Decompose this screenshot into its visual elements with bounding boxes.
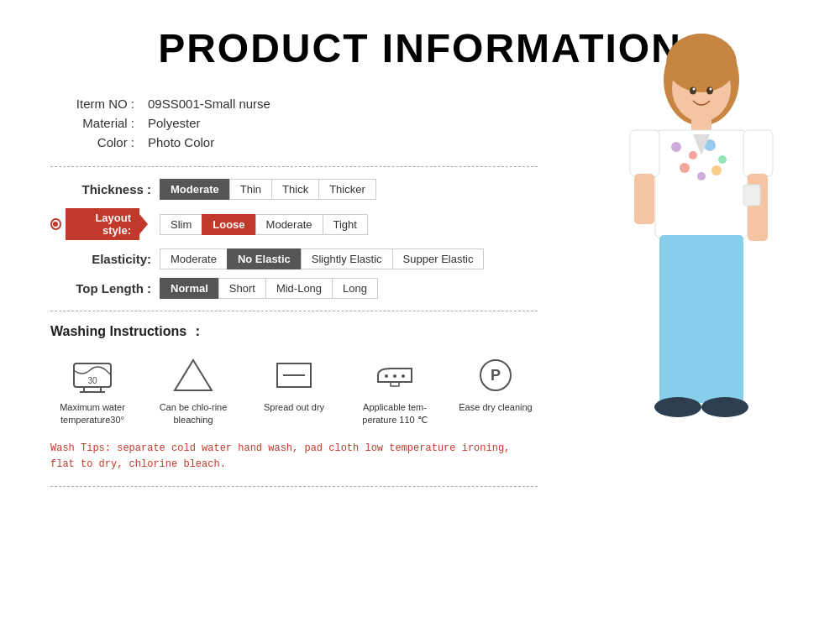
svg-text:30: 30 <box>87 376 97 385</box>
svg-marker-5 <box>175 360 212 390</box>
square-line-icon <box>273 357 315 394</box>
length-normal[interactable]: Normal <box>160 278 219 299</box>
svg-point-10 <box>385 374 388 378</box>
svg-point-11 <box>393 374 396 378</box>
product-info: Iterm NO : 09SS001-Small nurse Material … <box>50 97 538 149</box>
svg-point-21 <box>689 151 697 159</box>
wash-label-chlorine: Can be chlo-rine bleaching <box>151 401 235 427</box>
material-value: Polyester <box>148 116 201 130</box>
svg-rect-34 <box>659 306 697 403</box>
wash-section: Washing Instructions ： 30 <box>50 323 538 473</box>
layout-options: Slim Loose Moderate Tight <box>160 214 367 235</box>
thickness-thin[interactable]: Thin <box>229 179 272 200</box>
svg-point-39 <box>706 87 713 95</box>
item-no-label: Iterm NO : <box>50 97 134 111</box>
top-length-label: Top Length : <box>50 281 160 295</box>
iron-icon <box>374 357 416 394</box>
thickness-options: Moderate Thin Thick Thicker <box>160 179 375 200</box>
divider-bottom <box>50 486 538 487</box>
wash-icon-iron-temp: Applicable tem-perature 110 ℃ <box>353 354 437 427</box>
layout-style-label-text: Layout style: <box>66 208 139 240</box>
wash-label-iron-temp: Applicable tem-perature 110 ℃ <box>353 401 437 427</box>
spec-table: Thickness : Moderate Thin Thick Thicker … <box>50 179 538 299</box>
svg-point-17 <box>666 34 737 92</box>
wash-title: Washing Instructions ： <box>50 323 538 341</box>
wash-icon-water-temp: 30 Maximum water temperature30° <box>50 354 134 427</box>
wash-tub-icon: 30 <box>71 357 113 394</box>
divider-top <box>50 166 538 167</box>
svg-rect-29 <box>743 130 773 176</box>
elasticity-options: Moderate No Elastic Slightly Elastic Sup… <box>160 248 483 269</box>
svg-rect-30 <box>634 174 654 224</box>
top-length-row: Top Length : Normal Short Mid-Long Long <box>50 278 538 299</box>
svg-point-24 <box>680 163 690 173</box>
layout-moderate[interactable]: Moderate <box>255 214 323 235</box>
thickness-row: Thickness : Moderate Thin Thick Thicker <box>50 179 538 200</box>
layout-tight[interactable]: Tight <box>323 214 368 235</box>
elasticity-slightly[interactable]: Slightly Elastic <box>301 248 393 269</box>
layout-arrow-icon <box>139 214 148 234</box>
model-image-panel <box>554 88 790 499</box>
wash-icon-dry-clean: P Ease dry cleaning <box>454 354 538 414</box>
layout-style-label-container: Layout style: <box>50 208 160 240</box>
svg-point-25 <box>697 172 706 180</box>
svg-rect-9 <box>391 382 399 386</box>
svg-point-20 <box>671 142 681 152</box>
svg-point-12 <box>402 374 405 378</box>
svg-text:P: P <box>491 367 501 384</box>
elasticity-no-elastic[interactable]: No Elastic <box>227 248 302 269</box>
svg-point-26 <box>711 165 722 175</box>
material-label: Material : <box>50 116 134 130</box>
length-short[interactable]: Short <box>218 278 266 299</box>
item-no-value: 09SS001-Small nurse <box>148 97 270 111</box>
thickness-thicker[interactable]: Thicker <box>318 179 376 200</box>
thickness-label: Thickness : <box>50 182 160 196</box>
wash-tip: Wash Tips: separate cold water hand wash… <box>50 441 538 473</box>
svg-rect-32 <box>743 185 760 206</box>
svg-point-36 <box>654 397 701 417</box>
svg-point-38 <box>690 87 696 95</box>
layout-slim[interactable]: Slim <box>160 214 202 235</box>
triangle-icon <box>172 357 214 394</box>
nurse-figure-svg <box>575 21 811 508</box>
length-long[interactable]: Long <box>332 278 378 299</box>
svg-rect-28 <box>630 130 659 176</box>
layout-style-row: Layout style: Slim Loose Moderate Tight <box>50 208 538 240</box>
elasticity-row: Elasticity: Moderate No Elastic Slightly… <box>50 248 538 269</box>
thickness-moderate[interactable]: Moderate <box>160 179 230 200</box>
color-value: Photo Color <box>148 135 214 149</box>
wash-icon-chlorine: Can be chlo-rine bleaching <box>151 354 235 427</box>
top-length-options: Normal Short Mid-Long Long <box>160 278 377 299</box>
layout-loose[interactable]: Loose <box>202 214 255 235</box>
wash-label-dry-clean: Ease dry cleaning <box>459 401 532 414</box>
elasticity-supper[interactable]: Supper Elastic <box>392 248 485 269</box>
model-image <box>554 4 832 525</box>
wash-label-spread-dry: Spread out dry <box>264 401 324 414</box>
wash-icon-spread-dry: Spread out dry <box>252 354 336 414</box>
svg-point-37 <box>701 397 748 417</box>
svg-point-41 <box>710 88 712 91</box>
wash-label-water-temp: Maximum water temperature30° <box>50 401 134 427</box>
color-label: Color : <box>50 135 134 149</box>
length-mid-long[interactable]: Mid-Long <box>265 278 333 299</box>
svg-rect-31 <box>748 174 768 241</box>
elasticity-label: Elasticity: <box>50 252 160 266</box>
circle-p-icon: P <box>475 357 517 394</box>
svg-point-40 <box>693 88 696 91</box>
radio-dot-icon <box>50 218 61 230</box>
elasticity-moderate[interactable]: Moderate <box>160 248 228 269</box>
svg-rect-35 <box>706 306 743 403</box>
wash-icons: 30 Maximum water temperature30° <box>50 354 538 427</box>
thickness-thick[interactable]: Thick <box>271 179 319 200</box>
divider-mid <box>50 311 538 311</box>
svg-point-23 <box>718 155 727 164</box>
